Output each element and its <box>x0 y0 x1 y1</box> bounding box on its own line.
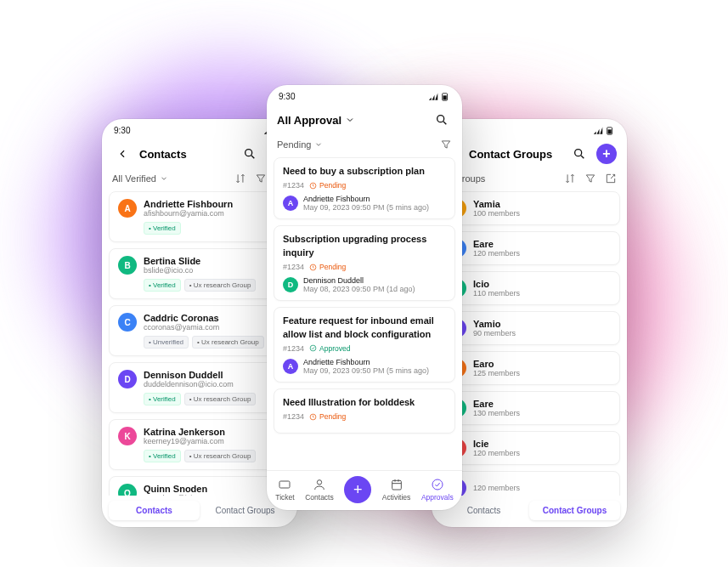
contact-email: keerney19@yamia.com <box>144 437 281 445</box>
ticket-title: Feature request for inbound email allow … <box>283 315 446 341</box>
calendar-icon <box>390 478 404 491</box>
nav-add-button[interactable]: + <box>344 476 371 503</box>
back-icon[interactable] <box>112 144 133 164</box>
sort-icon[interactable] <box>564 173 576 184</box>
group-count: 120 members <box>473 249 520 258</box>
group-card[interactable]: Y Yamio 90 members <box>438 311 620 345</box>
ticket-card[interactable]: Subscription upgrading process inquiry #… <box>274 225 455 301</box>
page-title: Contact Groups <box>469 148 562 161</box>
ticket-card[interactable]: Need to buy a subscription plan #1234 Pe… <box>274 157 455 219</box>
tag-plain: • Ux research Group <box>192 336 264 349</box>
tag-unverified: • Unverified <box>144 336 189 349</box>
svg-point-16 <box>575 150 582 156</box>
avatar: D <box>283 277 298 292</box>
tab-contacts[interactable]: Contacts <box>109 501 200 520</box>
tag-verified: • Verified <box>144 393 181 405</box>
contact-name: Dennison Duddell <box>144 370 281 380</box>
group-count: 100 members <box>473 209 520 218</box>
ticket-date: May 09, 2023 09:50 PM (5 mins ago) <box>303 203 429 212</box>
segment-tabs: Contacts Contact Groups <box>432 496 627 527</box>
svg-rect-15 <box>608 129 612 133</box>
page-title: Contacts <box>139 148 233 161</box>
search-icon[interactable] <box>240 144 260 164</box>
group-name: Yamia <box>473 199 520 209</box>
filter-icon[interactable] <box>255 173 267 184</box>
status-badge: Pending <box>309 412 346 421</box>
group-card[interactable]: I Icio 110 members <box>438 271 620 305</box>
group-name: Icie <box>473 439 520 449</box>
contact-name: Bertina Slide <box>144 256 281 266</box>
group-name: Icio <box>473 279 520 289</box>
svg-point-2 <box>245 150 252 156</box>
ticket-title: Subscription upgrading process inquiry <box>283 233 446 259</box>
nav-contacts[interactable]: Contacts <box>305 478 334 502</box>
group-card[interactable]: E Earo 125 members <box>438 351 620 385</box>
avatar: A <box>283 196 298 211</box>
contact-email: afishbourn@yamia.com <box>144 209 281 218</box>
contact-name: Katrina Jenkerson <box>144 427 281 437</box>
contact-card[interactable]: Q Quinn Snoden qsnoden3@icio.us <box>109 476 291 496</box>
group-card[interactable]: I Icie 120 members <box>438 431 620 465</box>
svg-point-8 <box>310 346 316 352</box>
ticket-id: #1234 <box>283 263 304 271</box>
group-count: 90 members <box>473 329 516 337</box>
bottom-nav: Ticket Contacts + Activities Approvals <box>267 470 462 510</box>
group-card[interactable]: E Eare 130 members <box>438 391 620 425</box>
svg-rect-4 <box>443 95 447 99</box>
contact-card[interactable]: C Caddric Coronas ccoronas@yamia.com • U… <box>109 305 291 356</box>
export-icon[interactable] <box>605 173 617 184</box>
contact-name: Andriette Fishbourn <box>144 199 281 209</box>
tag-verified: • Verified <box>144 450 181 462</box>
nav-activities[interactable]: Activities <box>382 478 411 502</box>
add-button[interactable]: + <box>596 144 617 164</box>
segment-tabs: Contacts Contact Groups <box>102 496 297 527</box>
author-name: Andriette Fishbourn <box>303 195 429 203</box>
status-badge: Pending <box>309 263 346 271</box>
chevron-down-icon <box>345 115 355 125</box>
svg-point-13 <box>432 479 443 490</box>
tickets-list[interactable]: Need to buy a subscription plan #1234 Pe… <box>267 157 462 470</box>
chevron-down-icon <box>314 140 323 149</box>
group-card[interactable]: Y Yamia 100 members <box>438 191 620 225</box>
ticket-id: #1234 <box>283 412 304 421</box>
contact-name: Caddric Coronas <box>144 313 281 323</box>
nav-ticket[interactable]: Ticket <box>275 478 294 502</box>
avatar: A <box>118 199 137 218</box>
contact-card[interactable]: D Dennison Duddell duddeldennison@icio.c… <box>109 362 291 413</box>
filter-icon[interactable] <box>440 139 452 150</box>
svg-rect-10 <box>279 481 290 488</box>
group-name: Eare <box>473 239 520 249</box>
ticket-title: Need Illustration for bolddesk <box>283 396 446 409</box>
status-badge: Approved <box>309 344 350 353</box>
status-time: 9:30 <box>279 92 295 101</box>
ticket-id: #1234 <box>283 344 304 353</box>
svg-point-5 <box>437 116 444 122</box>
title-dropdown[interactable]: All Approval <box>277 114 425 127</box>
ticket-card[interactable]: Need Illustration for bolddesk #1234 Pen… <box>274 388 455 434</box>
filter-dropdown[interactable]: Pending <box>277 139 323 150</box>
ticket-date: May 09, 2023 09:50 PM (5 mins ago) <box>303 366 429 375</box>
filter-icon[interactable] <box>584 173 596 184</box>
avatar: A <box>283 359 298 374</box>
tab-contact-groups[interactable]: Contact Groups <box>529 501 620 520</box>
sort-icon[interactable] <box>234 173 246 184</box>
nav-approvals[interactable]: Approvals <box>421 478 454 502</box>
avatar: K <box>118 427 137 445</box>
group-count: 120 members <box>473 449 520 457</box>
ticket-title: Need to buy a subscription plan <box>283 165 446 178</box>
tag-plain: • Ux research Group <box>184 450 257 462</box>
contact-card[interactable]: A Andriette Fishbourn afishbourn@yamia.c… <box>109 191 291 242</box>
ticket-id: #1234 <box>283 181 304 190</box>
group-name: Yamio <box>473 319 516 329</box>
group-card[interactable]: E Eare 120 members <box>438 231 620 265</box>
contact-card[interactable]: B Bertina Slide bslide@icio.co • Verifie… <box>109 248 291 299</box>
contact-card[interactable]: K Katrina Jenkerson keerney19@yamia.com … <box>109 419 291 470</box>
filter-dropdown[interactable]: All Verified <box>112 173 168 184</box>
search-icon[interactable] <box>569 144 590 164</box>
group-card[interactable]: I 120 members <box>438 471 620 496</box>
avatar: C <box>118 313 137 332</box>
ticket-card[interactable]: Feature request for inbound email allow … <box>274 307 455 383</box>
group-name: Eare <box>473 399 520 409</box>
svg-rect-12 <box>392 480 401 490</box>
search-icon[interactable] <box>432 110 452 130</box>
